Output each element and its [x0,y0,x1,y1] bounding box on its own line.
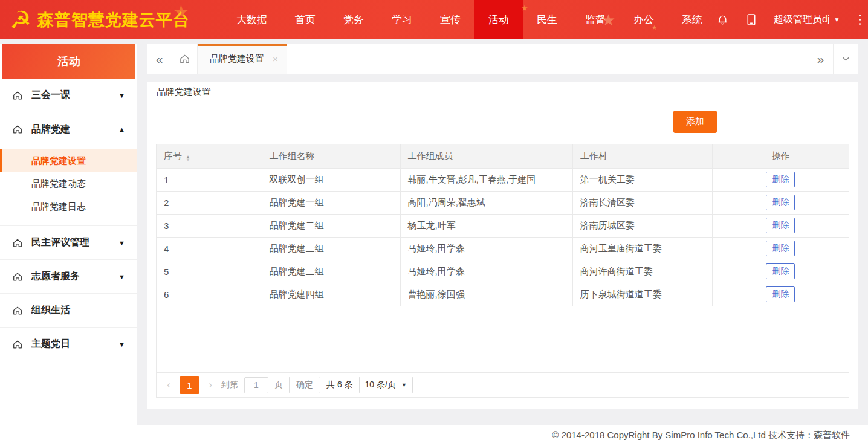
cell-action: 删除 [712,168,849,191]
tabs-collapse-button[interactable]: « [147,44,172,74]
next-page-button[interactable]: › [206,379,215,391]
select-caret-icon: ▼ [401,382,407,388]
cell-action: 删除 [712,283,849,306]
party-emblem-icon: ☭ [10,8,31,32]
close-tab-icon[interactable]: × [273,54,278,64]
cell-members: 马娅玲,田学森 [400,237,572,260]
delete-button[interactable]: 删除 [766,241,795,256]
cell-group: 品牌党建一组 [262,191,400,214]
sidebar: 活动 三会一课▼品牌党建▲品牌党建设置品牌党建动态品牌党建日志民主评议管理▼志愿… [0,39,137,446]
nav-item[interactable]: 首页 [281,0,329,39]
sidebar-group[interactable]: 民主评议管理▼ [0,226,137,260]
sidebar-group[interactable]: 三会一课▼ [0,79,137,112]
nav-item[interactable]: 党务 [329,0,378,39]
sidebar-subitem[interactable]: 品牌党建日志 [0,195,137,218]
column-header: 工作组成员 [400,144,572,168]
prev-page-button[interactable]: ‹ [164,379,173,391]
content-panel: 品牌党建设置 添加 序号▲▼工作组名称工作组成员工作村操作 1双联双创一组韩丽,… [147,82,858,409]
chevron-down-icon: ▼ [118,239,125,247]
sidebar-group[interactable]: 品牌党建▲ [0,112,137,146]
sidebar-title: 活动 [2,44,135,79]
tab-label: 品牌党建设置 [210,53,264,65]
sidebar-group[interactable]: 志愿者服务▼ [0,260,137,294]
chevron-down-icon: ▼ [118,92,125,99]
goto-page-prefix: 到第 [221,380,238,390]
nav-item[interactable]: 大数据 [222,0,281,39]
nav-item[interactable]: 宣传 [426,0,474,39]
sort-icon[interactable]: ▲▼ [186,155,190,161]
cell-no: 1 [157,168,262,191]
delete-button[interactable]: 删除 [766,195,795,210]
user-name: 超级管理员dj [774,13,829,26]
mobile-phone-icon[interactable] [746,13,757,26]
cell-village: 济南历城区委 [572,214,712,237]
nav-item[interactable]: 活动 [474,0,523,39]
pagination-bar: ‹ 1 › 到第 页 确定 共 6 条 10 条/页 ▼ [157,372,849,397]
delete-button[interactable]: 删除 [766,218,795,233]
sidebar-menu: 三会一课▼品牌党建▲品牌党建设置品牌党建动态品牌党建日志民主评议管理▼志愿者服务… [0,79,137,446]
main-nav: 大数据首页党务学习宣传活动民生监督办公系统 [222,0,716,39]
table-row: 5品牌党建三组马娅玲,田学森商河许商街道工委删除 [157,260,849,283]
main-area: « 品牌党建设置 × » 品牌党建设置 添加 [137,39,868,446]
tabs-expand-button[interactable]: » [808,44,833,74]
page-layout: 活动 三会一课▼品牌党建▲品牌党建设置品牌党建动态品牌党建日志民主评议管理▼志愿… [0,39,868,446]
column-header[interactable]: 序号▲▼ [157,144,262,168]
table-empty-space [157,306,849,372]
confirm-page-button[interactable]: 确定 [289,377,320,393]
nav-item[interactable]: 办公 [620,0,668,39]
table-row: 4品牌党建三组马娅玲,田学森商河玉皇庙街道工委删除 [157,237,849,260]
sidebar-subitem[interactable]: 品牌党建动态 [0,172,137,195]
sidebar-group-label: 志愿者服务 [31,270,118,283]
sidebar-subitem[interactable]: 品牌党建设置 [0,149,137,172]
more-options-icon[interactable] [857,11,863,28]
app-logo[interactable]: ☭ 森普智慧党建云平台 [0,8,222,32]
cell-no: 3 [157,214,262,237]
tabs-dropdown-button[interactable] [833,44,858,74]
home-icon [12,339,23,350]
cell-village: 第一机关工委 [572,168,712,191]
goto-page-input[interactable] [244,377,268,393]
sidebar-group-label: 主题党日 [31,338,118,351]
home-tab-icon[interactable] [172,44,198,74]
cell-action: 删除 [712,214,849,237]
sidebar-group[interactable]: 主题党日▼ [0,328,137,361]
cell-action: 删除 [712,191,849,214]
delete-button[interactable]: 删除 [766,172,795,187]
user-menu[interactable]: 超级管理员dj ▼ [774,13,840,26]
nav-item[interactable]: 学习 [378,0,426,39]
cell-members: 高阳,冯周荣,翟惠斌 [400,191,572,214]
sidebar-group-label: 组织生活 [31,304,125,317]
sidebar-group-label: 三会一课 [31,89,118,102]
delete-button[interactable]: 删除 [766,286,795,302]
chevron-down-icon: ▼ [118,341,125,348]
delete-button[interactable]: 删除 [766,263,795,279]
tab-pinpai-dangjian-shezhi[interactable]: 品牌党建设置 × [198,44,287,74]
chevron-up-icon: ▲ [118,126,125,133]
sidebar-top-gap [0,39,137,44]
sidebar-group-label: 品牌党建 [31,123,118,136]
cell-group: 品牌党建三组 [262,237,400,260]
footer: © 2014-2018 CopyRight By SimPro Info Tec… [137,425,868,446]
cell-members: 杨玉龙,叶军 [400,214,572,237]
table-row: 2品牌党建一组高阳,冯周荣,翟惠斌济南长清区委删除 [157,191,849,214]
table-row: 3品牌党建二组杨玉龙,叶军济南历城区委删除 [157,214,849,237]
work-group-table: 序号▲▼工作组名称工作组成员工作村操作 1双联双创一组韩丽,牛文晋,彭凡,王春燕… [157,144,849,306]
page-size-value: 10 条/页 [365,380,396,390]
home-icon [12,305,23,316]
sidebar-group[interactable]: 组织生活 [0,294,137,328]
nav-item[interactable]: 民生 [523,0,571,39]
page-title: 品牌党建设置 [147,82,858,102]
cell-members: 曹艳丽,徐国强 [400,283,572,306]
page-number-button[interactable]: 1 [180,376,199,394]
cell-members: 马娅玲,田学森 [400,260,572,283]
bell-icon[interactable] [716,13,729,26]
goto-page-suffix: 页 [274,380,283,390]
page-size-select[interactable]: 10 条/页 ▼ [359,377,413,393]
home-icon [12,124,23,135]
add-button[interactable]: 添加 [673,111,717,133]
nav-item[interactable]: 系统 [668,0,716,39]
cell-no: 4 [157,237,262,260]
cell-group: 品牌党建四组 [262,283,400,306]
nav-item[interactable]: 监督 [571,0,620,39]
cell-village: 商河许商街道工委 [572,260,712,283]
